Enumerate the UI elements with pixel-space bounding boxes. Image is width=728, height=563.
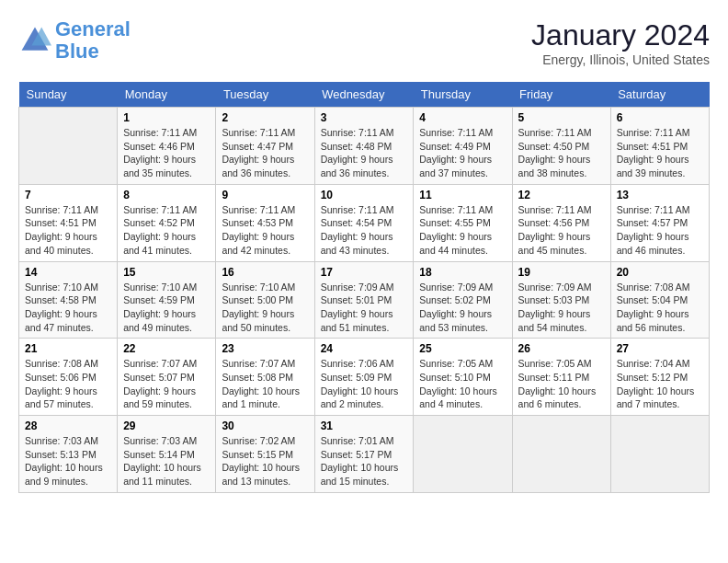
day-number: 2	[222, 111, 308, 124]
calendar-week-row: 28Sunrise: 7:03 AMSunset: 5:13 PMDayligh…	[19, 416, 710, 493]
day-number: 27	[617, 342, 703, 355]
calendar-cell: 30Sunrise: 7:02 AMSunset: 5:15 PMDayligh…	[216, 416, 314, 493]
calendar-cell: 3Sunrise: 7:11 AMSunset: 4:48 PMDaylight…	[314, 108, 414, 185]
day-info: Sunrise: 7:11 AMSunset: 4:48 PMDaylight:…	[321, 126, 408, 180]
page-header: General Blue January 2024 Energy, Illino…	[18, 18, 710, 67]
calendar-cell: 5Sunrise: 7:11 AMSunset: 4:50 PMDaylight…	[512, 108, 610, 185]
calendar-week-row: 7Sunrise: 7:11 AMSunset: 4:51 PMDaylight…	[19, 184, 710, 261]
calendar-cell: 16Sunrise: 7:10 AMSunset: 5:00 PMDayligh…	[216, 261, 314, 339]
calendar-cell: 7Sunrise: 7:11 AMSunset: 4:51 PMDaylight…	[19, 184, 118, 261]
day-info: Sunrise: 7:11 AMSunset: 4:46 PMDaylight:…	[123, 126, 210, 180]
calendar-cell: 2Sunrise: 7:11 AMSunset: 4:47 PMDaylight…	[216, 108, 314, 185]
day-number: 15	[123, 266, 210, 279]
weekday-header: Saturday	[610, 82, 709, 108]
calendar-cell: 18Sunrise: 7:09 AMSunset: 5:02 PMDayligh…	[414, 261, 512, 339]
day-number: 20	[617, 266, 703, 279]
calendar-cell: 6Sunrise: 7:11 AMSunset: 4:51 PMDaylight…	[610, 108, 709, 185]
day-info: Sunrise: 7:11 AMSunset: 4:57 PMDaylight:…	[617, 203, 703, 258]
calendar-cell: 25Sunrise: 7:05 AMSunset: 5:10 PMDayligh…	[414, 339, 512, 416]
calendar-cell: 13Sunrise: 7:11 AMSunset: 4:57 PMDayligh…	[610, 184, 709, 261]
day-number: 22	[123, 342, 210, 355]
calendar-cell: 22Sunrise: 7:07 AMSunset: 5:07 PMDayligh…	[118, 339, 216, 416]
logo-line2: Blue	[55, 40, 99, 63]
day-info: Sunrise: 7:07 AMSunset: 5:08 PMDaylight:…	[222, 357, 308, 411]
day-number: 4	[419, 111, 506, 124]
calendar-cell: 28Sunrise: 7:03 AMSunset: 5:13 PMDayligh…	[19, 416, 118, 493]
day-info: Sunrise: 7:11 AMSunset: 4:56 PMDaylight:…	[518, 203, 605, 258]
day-number: 3	[321, 111, 408, 124]
day-info: Sunrise: 7:11 AMSunset: 4:53 PMDaylight:…	[222, 203, 308, 258]
weekday-header: Wednesday	[314, 82, 414, 108]
calendar-cell: 26Sunrise: 7:05 AMSunset: 5:11 PMDayligh…	[512, 339, 610, 416]
day-number: 24	[321, 342, 408, 355]
day-info: Sunrise: 7:11 AMSunset: 4:49 PMDaylight:…	[419, 126, 506, 180]
day-info: Sunrise: 7:11 AMSunset: 4:54 PMDaylight:…	[321, 203, 408, 258]
day-number: 18	[419, 266, 506, 279]
day-info: Sunrise: 7:09 AMSunset: 5:02 PMDaylight:…	[419, 281, 506, 335]
calendar-cell	[512, 416, 610, 493]
weekday-header: Tuesday	[216, 82, 314, 108]
calendar-cell: 8Sunrise: 7:11 AMSunset: 4:52 PMDaylight…	[118, 184, 216, 261]
logo-text: General Blue	[55, 18, 131, 63]
month-title: January 2024	[531, 18, 710, 52]
title-block: January 2024 Energy, Illinois, United St…	[531, 18, 710, 67]
calendar-week-row: 21Sunrise: 7:08 AMSunset: 5:06 PMDayligh…	[19, 339, 710, 416]
day-info: Sunrise: 7:03 AMSunset: 5:14 PMDaylight:…	[123, 434, 210, 488]
day-number: 29	[123, 419, 210, 432]
calendar-cell: 29Sunrise: 7:03 AMSunset: 5:14 PMDayligh…	[118, 416, 216, 493]
calendar-cell: 21Sunrise: 7:08 AMSunset: 5:06 PMDayligh…	[19, 339, 118, 416]
calendar-cell: 1Sunrise: 7:11 AMSunset: 4:46 PMDaylight…	[118, 108, 216, 185]
calendar-header-row: SundayMondayTuesdayWednesdayThursdayFrid…	[19, 82, 710, 108]
day-number: 11	[419, 189, 506, 201]
day-info: Sunrise: 7:11 AMSunset: 4:51 PMDaylight:…	[617, 126, 703, 180]
day-info: Sunrise: 7:02 AMSunset: 5:15 PMDaylight:…	[222, 434, 308, 488]
day-info: Sunrise: 7:09 AMSunset: 5:01 PMDaylight:…	[321, 281, 408, 335]
day-number: 12	[518, 189, 605, 201]
day-info: Sunrise: 7:11 AMSunset: 4:52 PMDaylight:…	[123, 203, 210, 258]
calendar-cell: 24Sunrise: 7:06 AMSunset: 5:09 PMDayligh…	[314, 339, 414, 416]
day-number: 6	[617, 111, 703, 124]
logo-line1: General	[55, 17, 131, 40]
calendar-week-row: 14Sunrise: 7:10 AMSunset: 4:58 PMDayligh…	[19, 261, 710, 339]
day-info: Sunrise: 7:11 AMSunset: 4:51 PMDaylight:…	[25, 203, 111, 258]
day-number: 13	[617, 189, 703, 201]
calendar-cell: 27Sunrise: 7:04 AMSunset: 5:12 PMDayligh…	[610, 339, 709, 416]
day-number: 17	[321, 266, 408, 279]
day-number: 8	[123, 189, 210, 201]
day-info: Sunrise: 7:01 AMSunset: 5:17 PMDaylight:…	[321, 434, 408, 488]
day-info: Sunrise: 7:08 AMSunset: 5:04 PMDaylight:…	[617, 281, 703, 335]
day-info: Sunrise: 7:11 AMSunset: 4:50 PMDaylight:…	[518, 126, 605, 180]
day-number: 1	[123, 111, 210, 124]
day-info: Sunrise: 7:11 AMSunset: 4:47 PMDaylight:…	[222, 126, 308, 180]
day-info: Sunrise: 7:05 AMSunset: 5:11 PMDaylight:…	[518, 357, 605, 411]
calendar-cell: 20Sunrise: 7:08 AMSunset: 5:04 PMDayligh…	[610, 261, 709, 339]
calendar-cell: 17Sunrise: 7:09 AMSunset: 5:01 PMDayligh…	[314, 261, 414, 339]
calendar-cell: 11Sunrise: 7:11 AMSunset: 4:55 PMDayligh…	[414, 184, 512, 261]
calendar-cell: 10Sunrise: 7:11 AMSunset: 4:54 PMDayligh…	[314, 184, 414, 261]
calendar-cell: 15Sunrise: 7:10 AMSunset: 4:59 PMDayligh…	[118, 261, 216, 339]
day-number: 9	[222, 189, 308, 201]
calendar-cell	[610, 416, 709, 493]
day-info: Sunrise: 7:10 AMSunset: 4:59 PMDaylight:…	[123, 281, 210, 335]
day-number: 14	[25, 266, 111, 279]
day-info: Sunrise: 7:10 AMSunset: 5:00 PMDaylight:…	[222, 281, 308, 335]
day-number: 7	[25, 189, 111, 201]
weekday-header: Friday	[512, 82, 610, 108]
day-info: Sunrise: 7:11 AMSunset: 4:55 PMDaylight:…	[419, 203, 506, 258]
calendar-cell: 9Sunrise: 7:11 AMSunset: 4:53 PMDaylight…	[216, 184, 314, 261]
day-info: Sunrise: 7:08 AMSunset: 5:06 PMDaylight:…	[25, 357, 111, 411]
location: Energy, Illinois, United States	[531, 52, 710, 67]
day-info: Sunrise: 7:06 AMSunset: 5:09 PMDaylight:…	[321, 357, 408, 411]
day-number: 25	[419, 342, 506, 355]
calendar-cell: 14Sunrise: 7:10 AMSunset: 4:58 PMDayligh…	[19, 261, 118, 339]
calendar-cell: 4Sunrise: 7:11 AMSunset: 4:49 PMDaylight…	[414, 108, 512, 185]
weekday-header: Sunday	[19, 82, 118, 108]
calendar-cell: 12Sunrise: 7:11 AMSunset: 4:56 PMDayligh…	[512, 184, 610, 261]
day-number: 10	[321, 189, 408, 201]
day-number: 30	[222, 419, 308, 432]
day-number: 31	[321, 419, 408, 432]
calendar-table: SundayMondayTuesdayWednesdayThursdayFrid…	[18, 82, 710, 493]
day-info: Sunrise: 7:07 AMSunset: 5:07 PMDaylight:…	[123, 357, 210, 411]
day-number: 28	[25, 419, 111, 432]
day-info: Sunrise: 7:03 AMSunset: 5:13 PMDaylight:…	[25, 434, 111, 488]
